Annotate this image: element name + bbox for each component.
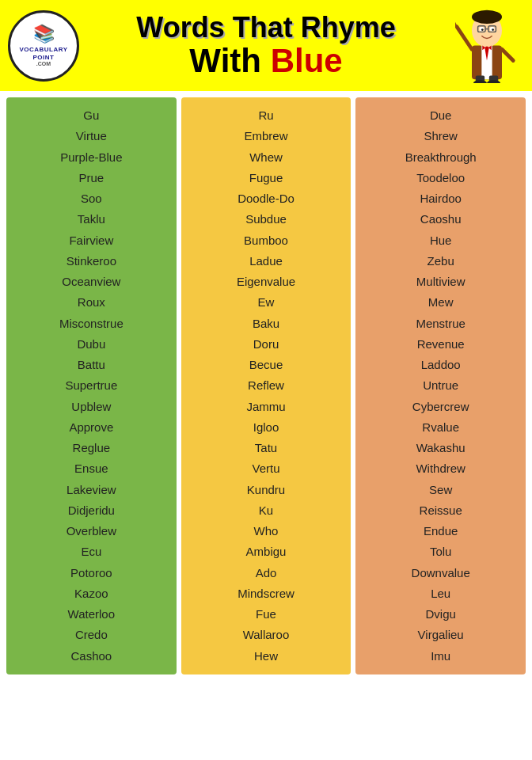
svg-line-13 xyxy=(455,19,457,27)
svg-point-7 xyxy=(481,28,483,31)
word-item: Igloo xyxy=(185,417,348,438)
word-item: Breakthrough xyxy=(359,147,522,168)
word-item: Roux xyxy=(10,292,173,313)
word-item: Sew xyxy=(359,480,522,500)
word-item: Multiview xyxy=(359,272,522,292)
word-item: Reglue xyxy=(10,438,173,458)
word-item: Mew xyxy=(359,292,522,313)
word-item: Shrew xyxy=(359,126,522,146)
word-item: Downvalue xyxy=(359,563,522,583)
column-yellow: RuEmbrewWhewFugueDoodle-DoSubdueBumbooLa… xyxy=(181,97,352,674)
word-item: Soo xyxy=(10,188,173,209)
word-item: Cybercrew xyxy=(359,397,522,417)
word-item: Ru xyxy=(185,105,348,126)
word-item: Mindscrew xyxy=(185,583,348,604)
word-item: Stinkeroo xyxy=(10,251,173,272)
word-item: Supertrue xyxy=(10,375,173,396)
logo-area: 📚 VOCABULARY POINT .COM xyxy=(8,10,79,82)
title-line1: Words That Rhyme xyxy=(87,12,445,44)
word-item: Dubu xyxy=(10,334,173,355)
word-item: Virgalieu xyxy=(359,625,522,645)
word-item: Tatu xyxy=(185,438,348,458)
word-item: Zebu xyxy=(359,251,522,272)
word-item: Caoshu xyxy=(359,209,522,230)
word-item: Imu xyxy=(359,646,522,667)
word-item: Overblew xyxy=(10,521,173,542)
word-item: Vertu xyxy=(185,458,348,479)
word-item: Doodle-Do xyxy=(185,188,348,209)
word-item: Purple-Blue xyxy=(10,147,173,168)
word-item: Laddoo xyxy=(359,355,522,375)
word-item: Fugue xyxy=(185,168,348,188)
teacher-character-icon xyxy=(455,8,519,83)
logo-book-icon: 📚 xyxy=(33,24,55,44)
word-item: Revenue xyxy=(359,334,522,355)
word-item: Endue xyxy=(359,521,522,542)
column-green: GuVirtuePurple-BluePrueSooTakluFairviewS… xyxy=(6,97,177,674)
word-item: Lakeview xyxy=(10,480,173,500)
svg-point-21 xyxy=(485,46,488,49)
word-item: Rvalue xyxy=(359,417,522,438)
word-item: Didjeridu xyxy=(10,500,173,521)
word-item: Embrew xyxy=(185,126,348,146)
word-item: Kundru xyxy=(185,480,348,500)
logo-text-vocab: VOCABULARY xyxy=(19,46,67,54)
word-item: Credo xyxy=(10,625,173,645)
svg-line-12 xyxy=(457,27,472,50)
word-item: Baku xyxy=(185,314,348,334)
word-item: Leu xyxy=(359,583,522,604)
svg-point-4 xyxy=(472,10,502,24)
word-item: Prue xyxy=(10,168,173,188)
word-item: Cashoo xyxy=(10,646,173,667)
word-item: Battu xyxy=(10,355,173,375)
word-item: Whew xyxy=(185,147,348,168)
svg-point-8 xyxy=(492,28,494,31)
word-item: Gu xyxy=(10,105,173,126)
word-item: Ambigu xyxy=(185,542,348,562)
word-item: Reflew xyxy=(185,375,348,396)
word-item: Hairdoo xyxy=(359,188,522,209)
word-item: Taklu xyxy=(10,209,173,230)
word-item: Ew xyxy=(185,292,348,313)
word-item: Menstrue xyxy=(359,314,522,334)
word-item: Wallaroo xyxy=(185,625,348,645)
word-item: Due xyxy=(359,105,522,126)
content-grid: GuVirtuePurple-BluePrueSooTakluFairviewS… xyxy=(0,91,532,681)
word-item: Virtue xyxy=(10,126,173,146)
svg-point-17 xyxy=(473,80,486,83)
title-line2: With Blue xyxy=(87,43,445,79)
word-item: Ado xyxy=(185,563,348,583)
word-item: Ku xyxy=(185,500,348,521)
word-item: Untrue xyxy=(359,375,522,396)
title-with: With xyxy=(189,42,261,79)
word-item: Potoroo xyxy=(10,563,173,583)
word-item: Subdue xyxy=(185,209,348,230)
word-item: Misconstrue xyxy=(10,314,173,334)
word-item: Withdrew xyxy=(359,458,522,479)
word-item: Who xyxy=(185,521,348,542)
logo-text-com: .COM xyxy=(36,61,51,67)
svg-line-14 xyxy=(502,49,513,60)
word-item: Fairview xyxy=(10,230,173,251)
word-item: Ladue xyxy=(185,251,348,272)
word-item: Reissue xyxy=(359,500,522,521)
word-item: Waterloo xyxy=(10,604,173,625)
logo: 📚 VOCABULARY POINT .COM xyxy=(8,10,79,82)
word-item: Dvigu xyxy=(359,604,522,625)
word-item: Wakashu xyxy=(359,438,522,458)
word-item: Hew xyxy=(185,646,348,667)
word-item: Ecu xyxy=(10,542,173,562)
word-item: Toodeloo xyxy=(359,168,522,188)
title-blue: Blue xyxy=(271,42,343,79)
header: 📚 VOCABULARY POINT .COM Words That Rhyme… xyxy=(0,0,532,91)
word-item: Becue xyxy=(185,355,348,375)
word-item: Bumboo xyxy=(185,230,348,251)
word-item: Approve xyxy=(10,417,173,438)
word-item: Upblew xyxy=(10,397,173,417)
word-item: Kazoo xyxy=(10,583,173,604)
word-item: Jammu xyxy=(185,397,348,417)
title-area: Words That Rhyme With Blue xyxy=(79,12,453,80)
character-area xyxy=(453,8,520,83)
word-item: Tolu xyxy=(359,542,522,562)
column-orange: DueShrewBreakthroughToodelooHairdooCaosh… xyxy=(355,97,526,674)
